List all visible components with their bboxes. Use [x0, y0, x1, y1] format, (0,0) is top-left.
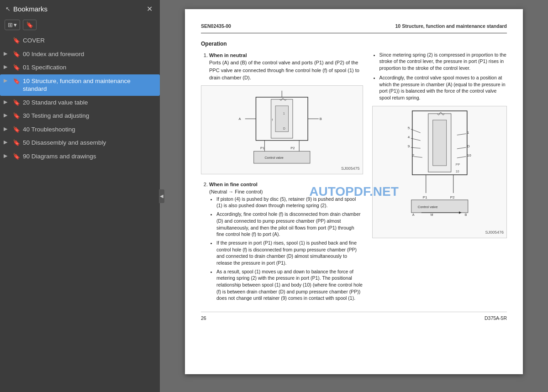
sidebar-header: ↖ Bookmarks ✕	[0, 0, 160, 18]
svg-text:PP: PP	[455, 163, 460, 166]
diagram-1: P1 P2 Control valve A	[201, 85, 363, 174]
diagram-2: 5 4 9 2 1 D 10	[372, 106, 507, 238]
sidebar-item-diagrams[interactable]: ▶ 🔖 90 Diagrams and drawings	[0, 150, 160, 163]
sub2-bullet-2: Accordingly, fine control hole (f) is di…	[216, 211, 363, 238]
sub2-bullet-1: If piston (4) is pushed by disc (5), ret…	[216, 196, 363, 209]
layout-icon: ⊞	[8, 21, 13, 28]
sub2-bullet-4: As a result, spool (1) moves up and down…	[216, 268, 363, 302]
expand-testing: ▶	[4, 112, 11, 118]
page-container: AUTOPDF.NET SEN02435-00 10 Structure, fu…	[160, 0, 548, 392]
op-item-2: When in fine control (Neutral → Fine con…	[209, 181, 363, 302]
sidebar-item-testing[interactable]: ▶ 🔖 30 Testing and adjusting	[0, 109, 160, 123]
sidebar-label-structure: 10 Structure, function and maintenance s…	[23, 77, 155, 93]
fine-control-section: When in fine control (Neutral → Fine con…	[201, 181, 363, 302]
sidebar-label-trouble: 40 Troubleshooting	[23, 125, 155, 134]
doc-model: D375A-5R	[485, 315, 507, 322]
bookmark-icon-index: 🔖	[13, 51, 20, 57]
content-columns: When in neutral Ports (A) and (B) of the…	[201, 52, 507, 304]
expand-diagrams: ▶	[4, 153, 11, 159]
sidebar: ↖ Bookmarks ✕ ⊞ ▾ 🔖 🔖 COVER ▶ 🔖 00 Index…	[0, 0, 160, 392]
diagram-svg-2: 5 4 9 2 1 D 10	[373, 106, 506, 234]
svg-text:5: 5	[407, 126, 410, 130]
col-right: Since metering spring (2) is compressed …	[372, 52, 507, 304]
sub2-bullets: If piston (4) is pushed by disc (5), ret…	[209, 196, 363, 302]
expand-index: ▶	[4, 51, 11, 57]
right-bullet-1: Since metering spring (2) is compressed …	[379, 52, 507, 72]
cursor-icon: ↖	[5, 5, 11, 12]
svg-text:P2: P2	[450, 195, 454, 199]
sidebar-item-standard[interactable]: ▶ 🔖 20 Standard value table	[0, 96, 160, 110]
svg-text:B: B	[320, 117, 322, 121]
bookmark-icon-structure: 🔖	[13, 78, 20, 84]
sidebar-item-disassembly[interactable]: ▶ 🔖 50 Disassembly and assembly	[0, 136, 160, 150]
doc-footer: 26 D375A-5R	[201, 312, 507, 322]
svg-text:1: 1	[283, 112, 285, 115]
op-sub2-subtitle: (Neutral → Fine control)	[209, 189, 263, 194]
right-bullets: Since metering spring (2) is compressed …	[372, 52, 507, 101]
sidebar-label-cover: COVER	[23, 37, 155, 45]
svg-text:f: f	[272, 118, 273, 121]
svg-text:A: A	[239, 117, 242, 121]
doc-page-number: 26	[201, 315, 206, 322]
svg-rect-2	[275, 106, 288, 132]
svg-line-30	[414, 157, 422, 157]
sub2-bullet-3: If the pressure in port (P1) rises, spoo…	[216, 240, 363, 267]
sidebar-item-index[interactable]: ▶ 🔖 00 Index and foreword	[0, 47, 160, 61]
expand-standard: ▶	[4, 99, 11, 105]
svg-text:Control valve: Control valve	[417, 205, 437, 209]
col-left: When in neutral Ports (A) and (B) of the…	[201, 52, 363, 304]
svg-line-31	[457, 134, 466, 135]
expand-structure: ▶	[4, 78, 11, 84]
svg-text:10: 10	[455, 170, 459, 173]
sidebar-label-testing: 30 Testing and adjusting	[23, 112, 155, 120]
svg-text:4: 4	[407, 135, 410, 139]
document-page: AUTOPDF.NET SEN02435-00 10 Structure, fu…	[185, 9, 523, 374]
sidebar-item-trouble[interactable]: ▶ 🔖 40 Troubleshooting	[0, 123, 160, 136]
svg-text:Control valve: Control valve	[264, 157, 283, 160]
sidebar-header-left: ↖ Bookmarks	[5, 5, 47, 13]
svg-text:P1: P1	[422, 195, 427, 199]
expand-spec: ▶	[4, 64, 11, 70]
sidebar-toolbar: ⊞ ▾ 🔖	[0, 18, 160, 34]
bookmark-icon-disassembly: 🔖	[13, 139, 20, 146]
svg-text:P2: P2	[290, 146, 295, 150]
bookmark-icon-testing: 🔖	[13, 112, 20, 119]
bookmark-icon-trouble: 🔖	[13, 126, 20, 133]
right-bullet-2: Accordingly, the control valve spool mov…	[379, 74, 507, 101]
svg-text:D: D	[283, 127, 285, 130]
sidebar-label-index: 00 Index and foreword	[23, 50, 155, 58]
expand-trouble: ▶	[4, 126, 11, 132]
diagram-2-label: SJ005476	[485, 230, 504, 236]
layout-button[interactable]: ⊞ ▾	[5, 20, 20, 30]
section-title: Operation	[201, 40, 507, 48]
main-content: AUTOPDF.NET SEN02435-00 10 Structure, fu…	[160, 0, 548, 392]
svg-text:9: 9	[407, 144, 410, 148]
op-list-2: When in fine control (Neutral → Fine con…	[201, 181, 363, 302]
svg-rect-19	[432, 120, 446, 166]
sidebar-label-disassembly: 50 Disassembly and assembly	[23, 139, 155, 147]
bookmark-icon-cover: 🔖	[13, 37, 20, 44]
close-button[interactable]: ✕	[145, 4, 154, 14]
svg-text:1: 1	[467, 131, 469, 135]
svg-line-32	[457, 147, 466, 149]
svg-text:P1: P1	[260, 146, 264, 150]
sidebar-title: Bookmarks	[13, 5, 47, 13]
svg-text:M: M	[430, 213, 433, 216]
op-sub1-title: When in neutral	[209, 52, 247, 58]
bookmark-icon-standard: 🔖	[13, 99, 20, 106]
expand-disassembly: ▶	[4, 139, 11, 145]
collapse-sidebar-button[interactable]: ◀	[159, 189, 164, 203]
sidebar-item-cover[interactable]: 🔖 COVER	[0, 34, 160, 47]
svg-text:D: D	[467, 144, 469, 148]
operation-list: When in neutral Ports (A) and (B) of the…	[201, 52, 363, 82]
diagram-svg-1: P1 P2 Control valve A	[201, 89, 363, 171]
sidebar-item-structure[interactable]: ▶ 🔖 10 Structure, function and maintenan…	[0, 74, 160, 96]
doc-header: SEN02435-00 10 Structure, function and m…	[201, 23, 507, 33]
doc-header-left: SEN02435-00	[201, 23, 231, 30]
sidebar-item-spec[interactable]: ▶ 🔖 01 Specification	[0, 61, 160, 74]
add-bookmark-button[interactable]: 🔖	[23, 20, 37, 30]
layout-arrow: ▾	[14, 21, 17, 28]
bookmark-icon-spec: 🔖	[13, 64, 20, 71]
bookmark-icon-diagrams: 🔖	[13, 153, 20, 160]
op-item-1: When in neutral Ports (A) and (B) of the…	[209, 52, 363, 82]
